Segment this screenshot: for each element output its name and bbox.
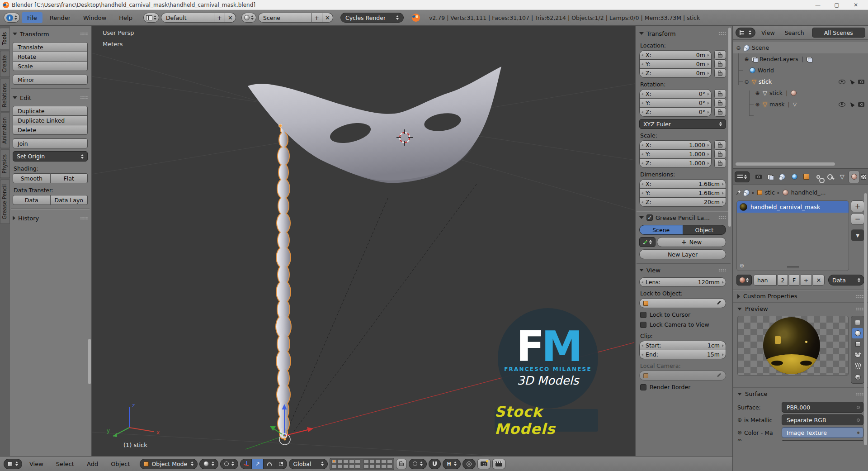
panel-grip-icon[interactable] bbox=[856, 392, 863, 396]
collapse-toggle[interactable]: ⊖ bbox=[736, 45, 741, 51]
shade-smooth-button[interactable]: Smooth bbox=[13, 173, 51, 183]
location-z-field[interactable]: Z:0m bbox=[639, 68, 712, 78]
gp-new-layer-button[interactable]: New Layer bbox=[639, 249, 726, 259]
manipulator-axes-button[interactable] bbox=[240, 459, 252, 469]
material-users-button[interactable]: 2 bbox=[778, 275, 788, 285]
collapse-toggle[interactable]: ⊖ bbox=[744, 79, 750, 85]
set-origin-dropdown[interactable]: Set Origin bbox=[13, 151, 88, 162]
material-unlink-button[interactable]: ✕ bbox=[813, 275, 825, 285]
editor-type-selector[interactable] bbox=[4, 459, 22, 469]
preview-cube-button[interactable] bbox=[852, 339, 863, 349]
tab-object-data[interactable]: ▽ bbox=[836, 171, 847, 183]
layout-delete-button[interactable]: ✕ bbox=[225, 13, 236, 23]
expand-toggle[interactable]: ⊕ bbox=[744, 56, 750, 62]
menu-select[interactable]: Select bbox=[51, 458, 80, 469]
scale-button[interactable]: Scale bbox=[13, 61, 88, 71]
pivot-point-dropdown[interactable] bbox=[220, 459, 238, 469]
surface-node-button[interactable]: PBR.000 bbox=[782, 402, 863, 413]
tab-relations[interactable]: Relations bbox=[0, 79, 10, 112]
outliner-row-world[interactable]: World bbox=[733, 65, 868, 76]
slot-specials-button[interactable]: ▼ bbox=[851, 229, 864, 241]
layout-name-field[interactable]: Default bbox=[161, 13, 214, 23]
dimensions-z-field[interactable]: Z:20cm bbox=[639, 197, 726, 207]
npanel-scrollbar[interactable] bbox=[728, 28, 731, 227]
tab-tools[interactable]: Tools bbox=[0, 28, 10, 49]
menu-help[interactable]: Help bbox=[113, 12, 138, 23]
lock-location-y-button[interactable] bbox=[714, 59, 726, 69]
gp-scene-toggle[interactable]: Scene bbox=[639, 225, 683, 235]
breadcrumb-object-name[interactable]: stic bbox=[765, 189, 775, 196]
editor-type-selector[interactable]: i bbox=[4, 13, 20, 23]
surface-header[interactable]: Surface bbox=[733, 387, 868, 400]
menu-file[interactable]: File bbox=[22, 12, 42, 23]
panel-grip-icon[interactable] bbox=[856, 307, 863, 311]
selectable-toggle-icon[interactable] bbox=[849, 79, 854, 85]
panel-grip-icon[interactable] bbox=[718, 268, 726, 272]
node-expand-icon[interactable]: ⊕ bbox=[737, 417, 742, 423]
custom-properties-header[interactable]: Custom Properties bbox=[733, 290, 868, 302]
preview-header[interactable]: Preview bbox=[733, 302, 868, 315]
lock-scale-z-button[interactable] bbox=[714, 158, 726, 168]
rotation-y-field[interactable]: Y:0° bbox=[639, 98, 712, 108]
tab-physics[interactable]: Physics bbox=[0, 150, 10, 178]
list-resize-grip[interactable] bbox=[787, 266, 799, 268]
outliner-menu-view[interactable]: View bbox=[757, 29, 779, 36]
lock-scale-x-button[interactable] bbox=[714, 140, 726, 150]
slot-remove-button[interactable]: − bbox=[851, 213, 864, 225]
tab-render[interactable] bbox=[753, 171, 764, 183]
shade-flat-button[interactable]: Flat bbox=[51, 173, 88, 183]
clip-start-field[interactable]: Start:1cm bbox=[639, 341, 726, 350]
material-slot-list[interactable]: handheld_carnival_mask ⊕ bbox=[736, 200, 849, 271]
dimensions-x-field[interactable]: X:1.68cm bbox=[639, 179, 726, 189]
scene-delete-button[interactable]: ✕ bbox=[322, 13, 333, 23]
orientation-dropdown[interactable]: Global bbox=[289, 459, 328, 469]
local-camera-field[interactable] bbox=[639, 371, 726, 381]
snap-target-button[interactable] bbox=[462, 459, 476, 469]
panel-grip-icon[interactable] bbox=[80, 32, 88, 36]
color-node-button[interactable]: Image Texture bbox=[782, 427, 863, 438]
manipulator-rotate-button[interactable] bbox=[264, 459, 275, 469]
edit-panel-header[interactable]: Edit bbox=[13, 92, 88, 103]
tab-create[interactable]: Create bbox=[0, 51, 10, 77]
np-view-header[interactable]: View bbox=[639, 265, 726, 276]
location-x-field[interactable]: X:0m bbox=[639, 50, 712, 60]
tab-object[interactable] bbox=[801, 171, 811, 183]
dimensions-y-field[interactable]: Y:1.68cm bbox=[639, 188, 726, 198]
scene-add-button[interactable]: + bbox=[311, 13, 322, 23]
preview-sphere-button[interactable] bbox=[852, 328, 863, 338]
tab-texture[interactable] bbox=[860, 171, 866, 183]
rotation-x-field[interactable]: X:0° bbox=[639, 89, 712, 99]
render-engine-dropdown[interactable]: Cycles Render bbox=[340, 13, 404, 23]
pin-icon[interactable] bbox=[736, 190, 741, 195]
lock-rotation-y-button[interactable] bbox=[714, 98, 726, 108]
rotation-z-field[interactable]: Z:0° bbox=[639, 107, 712, 117]
scene-selector[interactable] bbox=[241, 13, 256, 23]
preview-monkey-button[interactable] bbox=[852, 350, 863, 361]
delete-button[interactable]: Delete bbox=[13, 125, 88, 135]
lock-camera-checkbox[interactable] bbox=[640, 322, 646, 328]
properties-scrollbar[interactable] bbox=[864, 188, 867, 467]
outliner-display-filter[interactable]: All Scenes bbox=[812, 28, 865, 38]
history-panel-header[interactable]: History bbox=[13, 213, 88, 224]
minimize-button[interactable]: — bbox=[808, 0, 827, 10]
translate-button[interactable]: Translate bbox=[13, 42, 88, 52]
panel-grip-icon[interactable] bbox=[718, 32, 726, 35]
lock-location-x-button[interactable] bbox=[714, 50, 726, 60]
manipulator-translate-button[interactable]: ↗ bbox=[252, 459, 264, 469]
lock-rotation-x-button[interactable] bbox=[714, 89, 726, 99]
grease-pencil-checkbox[interactable]: ✓ bbox=[646, 214, 653, 221]
tab-constraints[interactable] bbox=[813, 171, 824, 183]
selectable-toggle-icon[interactable] bbox=[849, 101, 854, 108]
rotate-button[interactable]: Rotate bbox=[13, 52, 88, 62]
join-button[interactable]: Join bbox=[13, 138, 88, 148]
material-link-dropdown[interactable]: Data bbox=[828, 275, 864, 285]
outliner-row-renderlayers[interactable]: ⊕ RenderLayers | bbox=[733, 53, 868, 65]
lock-location-z-button[interactable] bbox=[714, 68, 726, 78]
np-transform-header[interactable]: Transform bbox=[639, 28, 726, 39]
menu-render[interactable]: Render bbox=[44, 12, 76, 23]
menu-window[interactable]: Window bbox=[78, 12, 112, 23]
panel-grip-icon[interactable] bbox=[856, 295, 863, 298]
node-expand-icon[interactable]: ⊕ bbox=[737, 429, 742, 436]
menu-add[interactable]: Add bbox=[81, 458, 104, 469]
snap-toggle[interactable] bbox=[429, 459, 441, 469]
